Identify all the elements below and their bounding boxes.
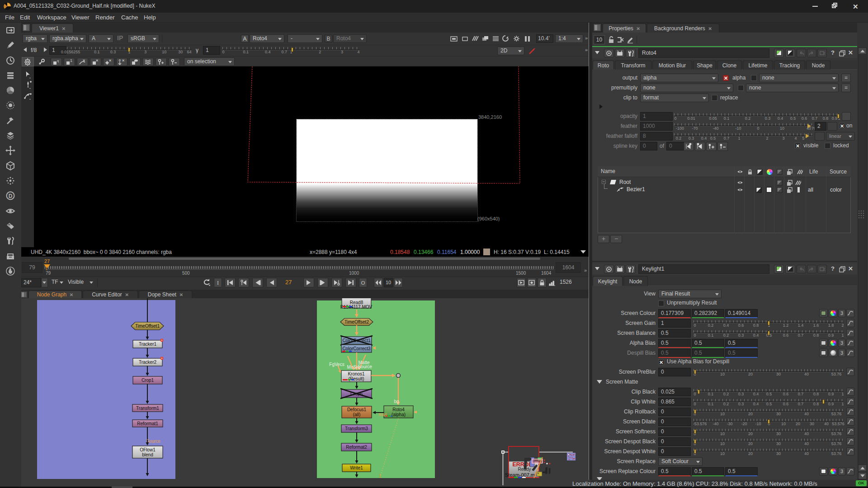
svg-text:TimeOffset2: TimeOffset2: [344, 319, 369, 324]
svg-text:OFlow1: OFlow1: [140, 447, 156, 452]
svg-text:Transform1: Transform1: [136, 406, 159, 411]
svg-text:3840,2160: 3840,2160: [478, 114, 502, 120]
svg-text:Defocus1: Defocus1: [347, 407, 367, 412]
svg-text:1: 1: [379, 474, 382, 479]
svg-text:O: O: [361, 280, 365, 286]
svg-text:×: ×: [109, 58, 111, 63]
svg-text:Reformat1: Reformat1: [137, 421, 158, 426]
svg-text:blend: blend: [142, 452, 153, 457]
svg-text:bg: bg: [394, 399, 399, 404]
svg-text:(all): (all): [353, 412, 361, 417]
svg-text:Roto4: Roto4: [392, 407, 405, 412]
svg-text:×: ×: [96, 58, 98, 63]
svg-text:1: 1: [70, 58, 72, 63]
svg-text:Write1: Write1: [350, 465, 363, 470]
svg-text:Tracker1: Tracker1: [139, 342, 157, 347]
svg-text:ʞ: ʞ: [57, 59, 59, 63]
svg-text:ColorCorrect3: ColorCorrect3: [342, 346, 371, 351]
svg-text:FgVecs: FgVecs: [329, 362, 344, 367]
svg-text:Crop1: Crop1: [142, 378, 154, 383]
svg-text:Source: Source: [358, 364, 372, 369]
svg-text:Transform3: Transform3: [345, 426, 368, 431]
svg-text:Read8: Read8: [350, 300, 363, 305]
svg-text:×: ×: [122, 58, 124, 63]
svg-text:I: I: [217, 280, 219, 286]
svg-text:(alpha): (alpha): [392, 412, 406, 417]
svg-text:Tracker2: Tracker2: [139, 360, 157, 365]
svg-text:D: D: [9, 193, 13, 199]
svg-text:Kronos1: Kronos1: [348, 371, 365, 376]
svg-text:(960x540): (960x540): [477, 216, 500, 221]
svg-text:×: ×: [83, 58, 85, 63]
svg-text:Reformat2: Reformat2: [346, 445, 367, 450]
svg-text:TimeOffset1: TimeOffset1: [135, 324, 160, 328]
